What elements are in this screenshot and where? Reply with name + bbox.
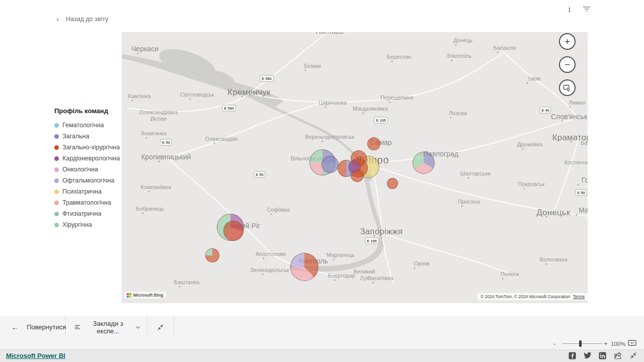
map-pie-bubble[interactable] — [321, 156, 339, 173]
legend-item-label: Фтизіатрична — [62, 210, 101, 217]
terms-link[interactable]: Terms — [573, 294, 585, 299]
map-city-dot — [242, 96, 243, 98]
legend-item[interactable]: Кардіоневрологічна — [54, 153, 122, 164]
map-city-dot — [363, 113, 364, 114]
map-city-dot — [468, 177, 469, 179]
map-city-dot — [497, 52, 499, 53]
map-city-dot — [455, 44, 457, 46]
road-badge: E 105 — [365, 238, 379, 244]
map-pie-bubble[interactable] — [413, 152, 435, 174]
exit-fullscreen-icon[interactable] — [630, 352, 637, 360]
map-city-dot — [132, 100, 133, 102]
road-badge: E 40 — [539, 107, 551, 114]
share-icon[interactable] — [614, 352, 622, 361]
map-pie-bubble[interactable] — [367, 137, 380, 150]
info-icon[interactable]: i — [569, 6, 571, 14]
legend-item[interactable]: Загально-хірургічна — [54, 142, 122, 153]
map-city-dot — [333, 259, 335, 260]
return-button[interactable]: ← Повернутися — [0, 316, 65, 338]
page-zoom-out-button[interactable]: - — [553, 338, 555, 349]
legend-item[interactable]: Гематологічна — [54, 120, 122, 131]
road-badge: E 50 — [254, 171, 265, 178]
page-zoom-in-button[interactable]: + — [604, 338, 608, 349]
map-city-dot — [570, 107, 571, 108]
page-zoom-bar: - + 100% — [0, 338, 644, 349]
bookmarks-dropdown[interactable]: Заклади з експе... — [65, 316, 147, 338]
legend-item[interactable]: Фтизіатрична — [54, 208, 122, 219]
funnel-glyph — [583, 5, 591, 12]
legend-item[interactable]: Загальна — [54, 131, 122, 142]
back-to-report-label: Назад до звіту — [66, 16, 108, 23]
legend-swatch-icon — [54, 145, 59, 150]
twitter-icon[interactable] — [584, 352, 592, 360]
report-header-icons: i — [569, 4, 592, 15]
facebook-icon[interactable] — [569, 352, 576, 361]
map-city-dot — [578, 184, 579, 186]
map-city-dot — [576, 214, 578, 216]
fit-to-page-button[interactable] — [628, 339, 636, 348]
road-badge: E 584 — [222, 105, 236, 112]
map-city-dot — [522, 148, 524, 150]
road-badge: E 584 — [260, 75, 274, 82]
legend-swatch-icon — [54, 156, 59, 161]
legend-item-label: Травматологічна — [62, 199, 111, 206]
map-city-dot — [158, 161, 160, 162]
map-city-dot — [571, 141, 572, 143]
map-city-dot — [527, 82, 528, 84]
legend-item[interactable]: Онкологічна — [54, 164, 122, 175]
legend-swatch-icon — [54, 134, 59, 139]
legend-swatch-icon — [54, 212, 59, 216]
map-city-dot — [142, 213, 144, 214]
chevron-down-icon — [136, 326, 140, 329]
road-badge: E 50 — [575, 190, 587, 196]
legend-item-label: Онкологічна — [62, 166, 98, 173]
left-arrow-icon: ← — [11, 323, 19, 331]
river-paths — [250, 97, 381, 269]
collapse-toolbar-button[interactable] — [147, 316, 174, 338]
legend-title: Профіль команд — [54, 107, 122, 115]
legend-item[interactable]: Хірургічна — [54, 219, 122, 230]
legend-item-label: Психіатрична — [62, 188, 102, 195]
map-city-dot — [148, 191, 150, 193]
bottom-toolbar: ← Повернутися Заклади з експе... — [0, 316, 644, 338]
legend-swatch-icon — [54, 123, 59, 128]
legend-item-label: Хірургічна — [62, 221, 92, 228]
bookmark-label: Заклади з експе... — [86, 320, 131, 335]
map-city-dot — [374, 235, 375, 237]
legend-item[interactable]: Офтальмологічна — [54, 175, 122, 186]
bing-attribution: Microsoft Bing — [124, 292, 166, 299]
legend-item[interactable]: Психіатрична — [54, 186, 122, 197]
powerbi-brand-link[interactable]: Microsoft Power BI — [6, 352, 65, 359]
map-pie-bubble[interactable] — [387, 178, 398, 189]
map-pie-bubble[interactable] — [223, 221, 244, 241]
legend-swatch-icon — [54, 201, 59, 205]
map-city-dot — [524, 188, 525, 190]
map-city-dot — [391, 61, 393, 62]
map-pie-bubble[interactable] — [205, 248, 219, 262]
map-canvas[interactable]: ПолтаваЧеркасиДонецьБалакліяЗлатопільБер… — [122, 32, 588, 303]
filter-icon[interactable] — [582, 4, 592, 15]
legend-swatch-icon — [54, 190, 59, 194]
map-city-dot — [137, 53, 139, 54]
map-city-dot — [305, 70, 306, 71]
map-zoom-out-button[interactable]: − — [559, 56, 576, 73]
collapse-arrows-icon — [157, 324, 164, 331]
page-zoom-slider[interactable] — [562, 343, 602, 344]
return-label: Повернутися — [27, 323, 66, 331]
map-pie-bubble[interactable] — [349, 160, 361, 172]
map-city-dot — [373, 282, 374, 284]
legend: Профіль команд ГематологічнаЗагальнаЗага… — [54, 107, 122, 230]
bing-attribution-label: Microsoft Bing — [133, 293, 164, 298]
map-zoom-in-button[interactable]: + — [559, 33, 576, 50]
map-pie-bubble[interactable] — [290, 253, 318, 281]
powerbi-report-page: ‹ Назад до звіту i Профіль команд Гемато… — [0, 0, 644, 362]
zoom-slider-handle[interactable] — [579, 340, 582, 347]
linkedin-icon[interactable] — [599, 352, 606, 361]
legend-item-label: Кардіоневрологічна — [62, 155, 120, 162]
zoom-level-value: 100% — [611, 338, 625, 349]
map-city-dot — [389, 102, 391, 103]
map-box-zoom-button[interactable] — [559, 79, 576, 96]
map-copyright: © 2024 TomTom, © 2024 Microsoft Corporat… — [477, 293, 588, 300]
legend-item[interactable]: Травматологічна — [54, 197, 122, 208]
back-to-report-button[interactable]: ‹ Назад до звіту — [56, 15, 108, 23]
